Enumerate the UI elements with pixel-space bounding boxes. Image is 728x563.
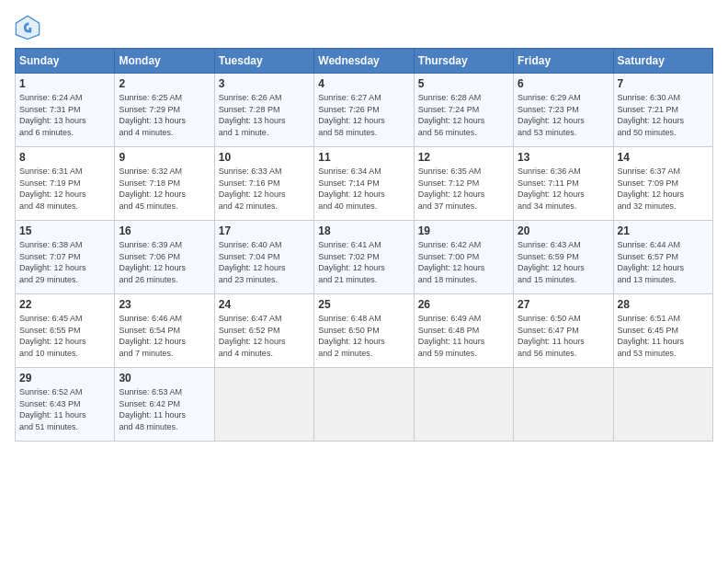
cell-content: Sunrise: 6:50 AM Sunset: 6:47 PM Dayligh… bbox=[518, 313, 609, 359]
calendar-body: 1Sunrise: 6:24 AM Sunset: 7:31 PM Daylig… bbox=[16, 74, 713, 442]
calendar-cell: 29Sunrise: 6:52 AM Sunset: 6:43 PM Dayli… bbox=[16, 368, 115, 442]
header bbox=[15, 15, 713, 40]
calendar-cell: 5Sunrise: 6:28 AM Sunset: 7:24 PM Daylig… bbox=[414, 74, 513, 147]
calendar-cell: 3Sunrise: 6:26 AM Sunset: 7:28 PM Daylig… bbox=[214, 74, 313, 147]
weekday-header-monday: Monday bbox=[115, 49, 214, 74]
day-number: 25 bbox=[318, 298, 409, 311]
day-number: 29 bbox=[19, 372, 110, 385]
day-number: 13 bbox=[518, 151, 609, 164]
cell-content: Sunrise: 6:49 AM Sunset: 6:48 PM Dayligh… bbox=[418, 313, 509, 359]
calendar-cell: 26Sunrise: 6:49 AM Sunset: 6:48 PM Dayli… bbox=[414, 294, 513, 368]
calendar-cell: 8Sunrise: 6:31 AM Sunset: 7:19 PM Daylig… bbox=[16, 147, 115, 221]
week-row-5: 29Sunrise: 6:52 AM Sunset: 6:43 PM Dayli… bbox=[16, 368, 713, 442]
cell-content: Sunrise: 6:43 AM Sunset: 6:59 PM Dayligh… bbox=[518, 239, 609, 285]
day-number: 21 bbox=[618, 224, 709, 237]
cell-content: Sunrise: 6:33 AM Sunset: 7:16 PM Dayligh… bbox=[219, 166, 310, 212]
calendar-cell: 6Sunrise: 6:29 AM Sunset: 7:23 PM Daylig… bbox=[514, 74, 613, 147]
day-number: 26 bbox=[418, 298, 509, 311]
calendar-cell bbox=[314, 368, 414, 442]
calendar-header: SundayMondayTuesdayWednesdayThursdayFrid… bbox=[16, 49, 713, 74]
calendar-cell: 20Sunrise: 6:43 AM Sunset: 6:59 PM Dayli… bbox=[514, 221, 613, 294]
calendar-cell: 25Sunrise: 6:48 AM Sunset: 6:50 PM Dayli… bbox=[314, 294, 414, 368]
cell-content: Sunrise: 6:27 AM Sunset: 7:26 PM Dayligh… bbox=[318, 92, 409, 138]
cell-content: Sunrise: 6:37 AM Sunset: 7:09 PM Dayligh… bbox=[618, 166, 709, 212]
calendar-cell bbox=[514, 368, 613, 442]
calendar-cell bbox=[414, 368, 513, 442]
day-number: 16 bbox=[119, 224, 210, 237]
cell-content: Sunrise: 6:25 AM Sunset: 7:29 PM Dayligh… bbox=[119, 92, 210, 138]
cell-content: Sunrise: 6:41 AM Sunset: 7:02 PM Dayligh… bbox=[318, 239, 409, 285]
cell-content: Sunrise: 6:39 AM Sunset: 7:06 PM Dayligh… bbox=[119, 239, 210, 285]
calendar-cell: 14Sunrise: 6:37 AM Sunset: 7:09 PM Dayli… bbox=[613, 147, 712, 221]
calendar-cell: 23Sunrise: 6:46 AM Sunset: 6:54 PM Dayli… bbox=[115, 294, 214, 368]
cell-content: Sunrise: 6:45 AM Sunset: 6:55 PM Dayligh… bbox=[19, 313, 110, 359]
weekday-header-saturday: Saturday bbox=[613, 49, 712, 74]
logo-icon bbox=[15, 15, 40, 40]
cell-content: Sunrise: 6:44 AM Sunset: 6:57 PM Dayligh… bbox=[618, 239, 709, 285]
cell-content: Sunrise: 6:38 AM Sunset: 7:07 PM Dayligh… bbox=[19, 239, 110, 285]
day-number: 6 bbox=[518, 77, 609, 90]
week-row-3: 15Sunrise: 6:38 AM Sunset: 7:07 PM Dayli… bbox=[16, 221, 713, 294]
cell-content: Sunrise: 6:52 AM Sunset: 6:43 PM Dayligh… bbox=[19, 386, 110, 432]
weekday-header-friday: Friday bbox=[514, 49, 613, 74]
header-row: SundayMondayTuesdayWednesdayThursdayFrid… bbox=[16, 49, 713, 74]
calendar-cell: 27Sunrise: 6:50 AM Sunset: 6:47 PM Dayli… bbox=[514, 294, 613, 368]
day-number: 23 bbox=[119, 298, 210, 311]
day-number: 20 bbox=[518, 224, 609, 237]
cell-content: Sunrise: 6:51 AM Sunset: 6:45 PM Dayligh… bbox=[618, 313, 709, 359]
cell-content: Sunrise: 6:53 AM Sunset: 6:42 PM Dayligh… bbox=[119, 386, 210, 432]
day-number: 17 bbox=[219, 224, 310, 237]
calendar-cell: 22Sunrise: 6:45 AM Sunset: 6:55 PM Dayli… bbox=[16, 294, 115, 368]
calendar-cell: 11Sunrise: 6:34 AM Sunset: 7:14 PM Dayli… bbox=[314, 147, 414, 221]
calendar-cell: 24Sunrise: 6:47 AM Sunset: 6:52 PM Dayli… bbox=[214, 294, 313, 368]
weekday-header-wednesday: Wednesday bbox=[314, 49, 414, 74]
cell-content: Sunrise: 6:28 AM Sunset: 7:24 PM Dayligh… bbox=[418, 92, 509, 138]
week-row-2: 8Sunrise: 6:31 AM Sunset: 7:19 PM Daylig… bbox=[16, 147, 713, 221]
calendar-cell: 30Sunrise: 6:53 AM Sunset: 6:42 PM Dayli… bbox=[115, 368, 214, 442]
calendar-cell: 4Sunrise: 6:27 AM Sunset: 7:26 PM Daylig… bbox=[314, 74, 414, 147]
cell-content: Sunrise: 6:32 AM Sunset: 7:18 PM Dayligh… bbox=[119, 166, 210, 212]
cell-content: Sunrise: 6:31 AM Sunset: 7:19 PM Dayligh… bbox=[19, 166, 110, 212]
calendar-cell bbox=[214, 368, 313, 442]
day-number: 14 bbox=[618, 151, 709, 164]
calendar-cell: 19Sunrise: 6:42 AM Sunset: 7:00 PM Dayli… bbox=[414, 221, 513, 294]
day-number: 28 bbox=[618, 298, 709, 311]
day-number: 24 bbox=[219, 298, 310, 311]
week-row-4: 22Sunrise: 6:45 AM Sunset: 6:55 PM Dayli… bbox=[16, 294, 713, 368]
day-number: 15 bbox=[19, 224, 110, 237]
week-row-1: 1Sunrise: 6:24 AM Sunset: 7:31 PM Daylig… bbox=[16, 74, 713, 147]
calendar-cell: 16Sunrise: 6:39 AM Sunset: 7:06 PM Dayli… bbox=[115, 221, 214, 294]
calendar-cell: 17Sunrise: 6:40 AM Sunset: 7:04 PM Dayli… bbox=[214, 221, 313, 294]
calendar-cell bbox=[613, 368, 712, 442]
calendar-cell: 2Sunrise: 6:25 AM Sunset: 7:29 PM Daylig… bbox=[115, 74, 214, 147]
calendar-cell: 15Sunrise: 6:38 AM Sunset: 7:07 PM Dayli… bbox=[16, 221, 115, 294]
calendar-cell: 10Sunrise: 6:33 AM Sunset: 7:16 PM Dayli… bbox=[214, 147, 313, 221]
cell-content: Sunrise: 6:47 AM Sunset: 6:52 PM Dayligh… bbox=[219, 313, 310, 359]
cell-content: Sunrise: 6:24 AM Sunset: 7:31 PM Dayligh… bbox=[19, 92, 110, 138]
calendar-cell: 12Sunrise: 6:35 AM Sunset: 7:12 PM Dayli… bbox=[414, 147, 513, 221]
calendar-cell: 1Sunrise: 6:24 AM Sunset: 7:31 PM Daylig… bbox=[16, 74, 115, 147]
day-number: 27 bbox=[518, 298, 609, 311]
day-number: 22 bbox=[19, 298, 110, 311]
weekday-header-sunday: Sunday bbox=[16, 49, 115, 74]
calendar-cell: 21Sunrise: 6:44 AM Sunset: 6:57 PM Dayli… bbox=[613, 221, 712, 294]
calendar-table: SundayMondayTuesdayWednesdayThursdayFrid… bbox=[15, 48, 713, 442]
cell-content: Sunrise: 6:26 AM Sunset: 7:28 PM Dayligh… bbox=[219, 92, 310, 138]
calendar-cell: 18Sunrise: 6:41 AM Sunset: 7:02 PM Dayli… bbox=[314, 221, 414, 294]
calendar-cell: 7Sunrise: 6:30 AM Sunset: 7:21 PM Daylig… bbox=[613, 74, 712, 147]
calendar-cell: 13Sunrise: 6:36 AM Sunset: 7:11 PM Dayli… bbox=[514, 147, 613, 221]
cell-content: Sunrise: 6:40 AM Sunset: 7:04 PM Dayligh… bbox=[219, 239, 310, 285]
cell-content: Sunrise: 6:30 AM Sunset: 7:21 PM Dayligh… bbox=[618, 92, 709, 138]
cell-content: Sunrise: 6:42 AM Sunset: 7:00 PM Dayligh… bbox=[418, 239, 509, 285]
day-number: 3 bbox=[219, 77, 310, 90]
day-number: 7 bbox=[618, 77, 709, 90]
logo bbox=[15, 15, 44, 40]
weekday-header-thursday: Thursday bbox=[414, 49, 513, 74]
cell-content: Sunrise: 6:48 AM Sunset: 6:50 PM Dayligh… bbox=[318, 313, 409, 359]
day-number: 12 bbox=[418, 151, 509, 164]
weekday-header-tuesday: Tuesday bbox=[214, 49, 313, 74]
day-number: 18 bbox=[318, 224, 409, 237]
cell-content: Sunrise: 6:29 AM Sunset: 7:23 PM Dayligh… bbox=[518, 92, 609, 138]
day-number: 30 bbox=[119, 372, 210, 385]
day-number: 10 bbox=[219, 151, 310, 164]
